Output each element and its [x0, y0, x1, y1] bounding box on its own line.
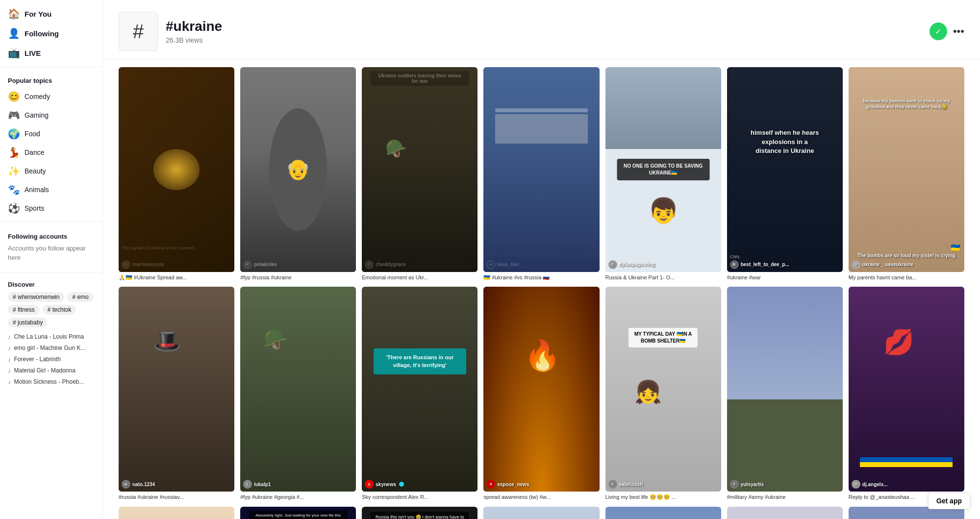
- music-icon-4: ♪: [8, 367, 11, 374]
- video-thumb-8: 🎩 N nato.1234: [119, 287, 234, 492]
- hashtag-header: # #ukraine 26.3B views ✓ •••: [103, 0, 980, 59]
- video-card-2[interactable]: P polaknikо 👴 #fyp #russia #ukraine: [240, 67, 356, 281]
- caption-13: #military #army #ukraine: [727, 494, 843, 500]
- music-item-4[interactable]: ♪ Material Girl - Madonna: [8, 365, 95, 376]
- topic-comedy[interactable]: 😊 Comedy: [0, 87, 102, 106]
- video-card-13[interactable]: Y yutsyartis #military #army #ukraine: [727, 287, 843, 500]
- video-card-9[interactable]: 🪖 L lukalp1 #fyp #ukraine #georgia #...: [240, 287, 356, 500]
- nav-following[interactable]: 👤 Following: [0, 24, 102, 43]
- video-card-4[interactable]: ● lawa_lian__ 🇺🇦 #ukraine #vs #russia 🇷🇺: [483, 67, 599, 281]
- avatar-9: L: [243, 480, 252, 489]
- topic-dance[interactable]: 💃 Dance: [0, 143, 102, 162]
- more-icon: •••: [953, 25, 964, 37]
- video-thumb-12: MY TYPICAL DAY 🇺🇦IN A BOMB SHELTER🇺🇦 👧 V…: [605, 287, 721, 492]
- beauty-icon: ✨: [8, 165, 20, 177]
- bg-grad-8: [119, 287, 234, 492]
- more-options-button[interactable]: •••: [953, 25, 964, 38]
- bottom-overlay-14: D dj.angelx...: [849, 477, 964, 492]
- topic-food[interactable]: 🌍 Food: [0, 124, 102, 143]
- topic-dance-label: Dance: [25, 148, 44, 156]
- bg-grad-4: [483, 67, 599, 272]
- face-emoji-2: 👴: [286, 158, 310, 181]
- live-icon: 📺: [8, 47, 20, 59]
- tag-fitness[interactable]: # fitness: [8, 305, 40, 315]
- bottom-overlay-6: CNN B best_left_to_dee_p...: [727, 251, 843, 272]
- video-card-8[interactable]: 🎩 N nato.1234 #russia #ukraine #russiav.…: [119, 287, 234, 500]
- caption-5: Russia & Ukraine Part 1- O...: [605, 274, 721, 281]
- video-7-user: U ukraine__saveukraine: [852, 260, 961, 269]
- bottom-subtext-7: The bombs are so loud my sister is cryin…: [857, 253, 955, 258]
- bg-grad-6: [727, 67, 843, 272]
- face-emoji-14: 💋: [883, 328, 914, 356]
- video-card-15[interactable]: 👶 🇷🇺🇺🇦: [119, 507, 234, 519]
- caption-4: 🇺🇦 #ukraine #vs #russia 🇷🇺: [483, 274, 599, 281]
- video-11-user: ✕ expose_news: [486, 480, 596, 489]
- view-count: 26.3B views: [166, 36, 922, 44]
- topic-gaming[interactable]: 🎮 Gaming: [0, 106, 102, 124]
- video-12-user: V valerisssh: [608, 480, 718, 489]
- music-item-1[interactable]: ♪ Che La Luna - Louis Prima: [8, 331, 95, 343]
- topic-comedy-label: Comedy: [25, 93, 50, 100]
- video-card-7[interactable]: because my parents went to check on my g…: [849, 67, 964, 281]
- hashtag-icon-box: #: [119, 12, 158, 51]
- video-card-16[interactable]: Absolutely right. Just waiting for your …: [240, 507, 356, 519]
- hashtag-title: #ukraine: [166, 19, 922, 34]
- video-card-11[interactable]: 🔥 ✕ expose_news spread awareness (tw) #w…: [483, 287, 599, 500]
- video-9-user: L lukalp1: [243, 480, 353, 489]
- food-icon: 🌍: [8, 128, 20, 140]
- video-row-1: The capital of Ukraine at the moment... …: [119, 67, 964, 281]
- username-12: valerisssh: [619, 482, 643, 487]
- get-app-button[interactable]: Get app: [928, 493, 970, 509]
- video-card-14[interactable]: 💋 D dj.angelx... Reply to @_anasteushaa …: [849, 287, 964, 500]
- caption-1: 🙏🇺🇦 #Ukraine Spread aw...: [119, 274, 234, 281]
- sky-bg-18: [483, 507, 599, 519]
- music-label-4: Material Girl - Madonna: [14, 367, 75, 374]
- person-emoji-5: 👦: [648, 197, 678, 225]
- whatsapp-share-button[interactable]: ✓: [930, 23, 947, 40]
- tag-whenwomenwin[interactable]: # whenwomenwin: [8, 292, 64, 302]
- video-thumb-5: 👦 NO ONE IS GOING TO BE SAVING UKRAINE🇺🇦…: [605, 67, 721, 272]
- topic-beauty[interactable]: ✨ Beauty: [0, 162, 102, 180]
- music-label-2: emo girl - Machine Gun K...: [14, 345, 86, 351]
- caption-2: #fyp #russia #ukraine: [240, 274, 356, 281]
- girl-emoji-12: 👧: [634, 379, 662, 405]
- header-actions: ✓ •••: [930, 23, 964, 40]
- video-card-10[interactable]: 'There are Russians in our village, it's…: [362, 287, 477, 500]
- tag-techtok[interactable]: # techtok: [43, 305, 76, 315]
- nav-for-you[interactable]: 🏠 For You: [0, 4, 102, 24]
- video-thumb-11: 🔥 ✕ expose_news: [483, 287, 599, 492]
- video-13-user: Y yutsyartis: [730, 480, 840, 489]
- sky-bg-19: [605, 507, 721, 519]
- username-7: ukraine__saveukraine: [862, 262, 914, 267]
- bg-grad-3: [362, 67, 477, 272]
- video-thumb-14: 💋 D dj.angelx...: [849, 287, 964, 492]
- video-card-18[interactable]: 🌲: [483, 507, 599, 519]
- topic-sports[interactable]: ⚽ Sports: [0, 199, 102, 218]
- video-card-5[interactable]: 👦 NO ONE IS GOING TO BE SAVING UKRAINE🇺🇦…: [605, 67, 721, 281]
- music-item-3[interactable]: ♪ Forever - Labrinth: [8, 354, 95, 365]
- tag-emo[interactable]: # emo: [67, 292, 93, 302]
- caption-6: #ukraine #war: [727, 274, 843, 281]
- music-item-5[interactable]: ♪ Motion Sickness - Phoeb...: [8, 376, 95, 388]
- bottom-overlay-11: ✕ expose_news: [483, 477, 599, 492]
- video-card-19[interactable]: today even the sky said with Ukrainian: [605, 507, 721, 519]
- bottom-overlay-5: D dylanpage.ning: [605, 257, 721, 272]
- username-9: lukalp1: [254, 482, 271, 487]
- video-card-12[interactable]: MY TYPICAL DAY 🇺🇦IN A BOMB SHELTER🇺🇦 👧 V…: [605, 287, 721, 500]
- nav-live[interactable]: 📺 LIVE: [0, 43, 102, 63]
- avatar-10: S: [365, 480, 374, 489]
- video-card-6[interactable]: himself when he hears explosions in a di…: [727, 67, 843, 281]
- tag-justababy[interactable]: # justababy: [8, 318, 48, 327]
- main-content: # #ukraine 26.3B views ✓ ••• The capital…: [103, 0, 980, 519]
- music-icon-3: ♪: [8, 356, 11, 363]
- video-card-20[interactable]: Russia: Let's invade UkraineMe asf:: [727, 507, 843, 519]
- music-item-2[interactable]: ♪ emo girl - Machine Gun K...: [8, 343, 95, 354]
- street-scene-4: [495, 108, 588, 144]
- video-card-1[interactable]: The capital of Ukraine at the moment... …: [119, 67, 234, 281]
- video-card-17[interactable]: Russia this isn't you 😭 I don't wanna ha…: [362, 507, 477, 519]
- topic-animals[interactable]: 🐾 Animals: [0, 180, 102, 199]
- topic-sports-label: Sports: [25, 204, 44, 212]
- video-card-3[interactable]: Ukraine soldiers leaving their wives for…: [362, 67, 477, 281]
- nav-live-label: LIVE: [25, 49, 41, 57]
- bottom-overlay-12: V valerisssh: [605, 477, 721, 492]
